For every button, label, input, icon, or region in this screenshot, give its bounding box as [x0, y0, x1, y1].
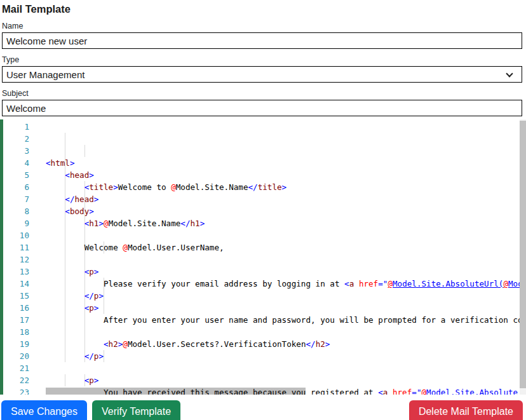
line-number: 16	[3, 302, 29, 314]
code-line: <title>Welcome to @Model.Site.Name</titl…	[46, 181, 526, 193]
line-number: 2	[3, 133, 29, 145]
code-line: <p>	[46, 374, 526, 386]
editor-gutter: 1234567891011121314151617181920212223	[3, 121, 46, 395]
code-line	[46, 326, 526, 338]
save-changes-button[interactable]: Save Changes	[1, 400, 87, 420]
name-input[interactable]	[2, 32, 522, 49]
line-number: 6	[3, 181, 29, 193]
code-line: <h2>@Model.User.Secrets?.VerificationTok…	[46, 338, 526, 350]
line-number: 13	[3, 266, 29, 278]
line-number: 12	[3, 254, 29, 266]
subject-label: Subject	[2, 89, 526, 98]
line-number: 5	[3, 169, 29, 181]
line-number: 18	[3, 326, 29, 338]
line-number: 23	[3, 386, 29, 395]
code-editor[interactable]: 1234567891011121314151617181920212223 <h…	[0, 119, 526, 395]
subject-input[interactable]	[2, 100, 522, 116]
code-line: </p>	[46, 290, 526, 302]
vertical-scrollbar-thumb[interactable]	[520, 121, 526, 388]
subject-field-group: Subject	[2, 89, 526, 116]
line-number: 15	[3, 290, 29, 302]
line-number: 1	[3, 121, 29, 133]
name-label: Name	[2, 22, 526, 30]
verify-template-button[interactable]: Verify Template	[92, 400, 180, 420]
code-line: <body>	[46, 205, 526, 217]
code-line: Please verify your email address by logg…	[46, 278, 526, 290]
action-button-row: Save Changes Verify Template Delete Mail…	[0, 400, 526, 420]
line-number: 22	[3, 374, 29, 386]
code-line	[46, 229, 526, 241]
code-line	[46, 362, 526, 374]
code-line: After you enter your user name and passw…	[46, 314, 526, 326]
code-line: </head>	[46, 193, 526, 205]
type-label: Type	[2, 55, 526, 64]
code-editor-content[interactable]: <html> <head> <title>Welcome to @Model.S…	[46, 121, 526, 395]
vertical-scrollbar[interactable]	[520, 119, 526, 395]
mail-template-page: Mail Template Name Type User Management …	[0, 0, 526, 420]
line-number: 19	[3, 338, 29, 350]
code-line: You have received this message because y…	[46, 386, 526, 395]
line-number: 9	[3, 217, 29, 229]
line-number: 11	[3, 241, 29, 254]
code-line: <html>	[46, 157, 526, 169]
line-number: 10	[3, 229, 29, 241]
code-line: <head>	[46, 169, 526, 181]
code-line: <p>	[46, 302, 526, 314]
code-line: <p>	[46, 266, 526, 278]
line-number: 14	[3, 278, 29, 290]
code-line: <h1>@Model.Site.Name</h1>	[46, 217, 526, 229]
line-number: 7	[3, 193, 29, 205]
line-number: 4	[3, 157, 29, 169]
type-select[interactable]: User Management	[2, 66, 522, 83]
line-number: 3	[3, 145, 29, 157]
type-field-group: Type User Management	[2, 55, 526, 83]
line-number: 8	[3, 205, 29, 217]
line-number: 17	[3, 314, 29, 326]
line-number: 21	[3, 362, 29, 374]
page-title: Mail Template	[2, 3, 526, 15]
code-line: Welcome @Model.User.UserName,	[46, 241, 526, 254]
code-line: </p>	[46, 350, 526, 362]
code-line	[46, 254, 526, 266]
line-number: 20	[3, 350, 29, 362]
delete-mail-template-button[interactable]: Delete Mail Template	[409, 400, 523, 420]
indent-guide	[84, 145, 85, 157]
name-field-group: Name	[2, 22, 526, 49]
